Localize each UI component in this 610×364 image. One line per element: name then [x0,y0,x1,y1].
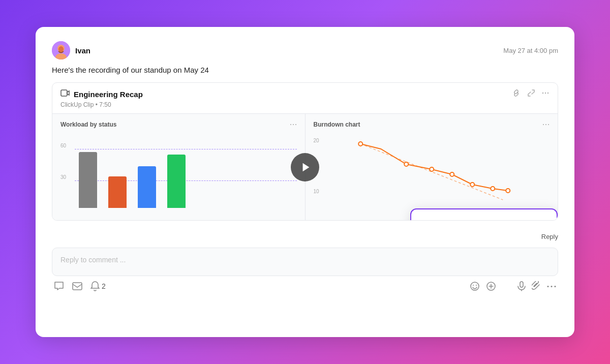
burndown-y-20: 20 [314,138,319,143]
reaction-icon[interactable] [486,281,496,291]
main-card: Ivan May 27 at 4:00 pm Here's the record… [36,27,574,337]
svg-rect-33 [520,282,523,287]
mic-toolbar-icon[interactable] [517,281,526,291]
y-label-60: 60 [60,143,66,148]
clip-card: Engineering Recap ClickUp Clip • 7:50 W [52,82,558,221]
video-camera-icon-active[interactable] [502,283,511,290]
post-message: Here's the recording of our standup on M… [52,66,558,74]
chat-icon[interactable] [54,281,64,291]
toolbar-left: 2 [54,281,106,291]
clip-video-icon [60,89,70,99]
burndown-more-icon[interactable] [542,121,550,130]
link-icon[interactable] [513,89,521,99]
svg-point-36 [551,286,553,287]
svg-point-16 [404,162,408,166]
svg-point-35 [547,286,549,287]
expand-icon[interactable] [527,89,535,99]
svg-point-17 [430,167,434,171]
svg-point-3 [58,46,64,52]
svg-rect-4 [61,90,67,96]
svg-point-20 [491,187,495,191]
workload-chart-panel: Workload by status 60 30 [52,114,306,220]
reply-input-area[interactable]: Reply to comment ... [52,248,558,276]
reply-placeholder: Reply to comment ... [60,256,126,264]
svg-point-10 [295,124,296,125]
post-time: May 27 at 4:00 pm [503,47,558,54]
charts-area: Workload by status 60 30 [52,113,558,220]
bell-icon[interactable] [90,281,100,291]
svg-point-21 [506,189,510,193]
bar-3 [138,166,156,208]
author-name: Ivan [75,46,90,55]
post-actions-row: Reply [52,229,558,240]
svg-point-37 [555,286,556,287]
mail-icon[interactable] [72,282,82,290]
svg-point-13 [548,124,549,125]
clip-title-row: Engineering Recap [60,89,143,99]
burndown-chart-panel: Burndown chart 20 10 [306,114,558,220]
workload-more-icon[interactable] [290,121,297,130]
svg-point-18 [450,172,454,176]
svg-point-6 [545,93,546,94]
toolbar-right [470,281,556,291]
svg-point-5 [542,93,543,94]
svg-rect-27 [73,283,82,290]
microphone-row: Microphone ∨ [419,218,548,221]
svg-marker-22 [302,163,309,171]
svg-point-11 [543,124,544,125]
y-label-30: 30 [60,174,66,180]
burndown-chart-title: Burndown chart [314,121,550,130]
attachment-icon[interactable] [532,281,541,291]
bar-1 [79,152,97,208]
notification-count: 2 [102,282,106,290]
post-header: Ivan May 27 at 4:00 pm [52,41,558,59]
svg-rect-32 [503,283,508,289]
more-options-icon[interactable] [541,89,550,99]
burndown-svg [314,134,550,210]
svg-point-29 [473,285,474,286]
reply-button[interactable]: Reply [541,233,558,240]
bottom-toolbar: 2 [52,281,558,291]
more-toolbar-icon[interactable] [547,285,556,288]
svg-point-12 [545,124,546,125]
workload-chart-title: Workload by status [60,121,297,130]
clip-actions[interactable] [513,89,550,99]
clip-header: Engineering Recap [52,83,558,101]
svg-point-8 [290,124,291,125]
emoji-icon[interactable] [470,281,480,291]
clip-meta: ClickUp Clip • 7:50 [52,101,558,113]
bar-4 [167,155,186,208]
svg-point-19 [470,183,474,187]
svg-point-15 [358,142,362,146]
notification-badge[interactable]: 2 [90,281,106,291]
svg-point-9 [292,124,293,125]
avatar [52,41,70,59]
svg-point-7 [547,93,548,94]
svg-point-30 [476,285,477,286]
burndown-y-10: 10 [314,189,319,194]
play-button[interactable] [291,153,319,181]
post-author: Ivan [52,41,90,59]
recording-popup: Microphone ∨ [410,208,558,221]
clip-title: Engineering Recap [74,90,143,99]
bar-2 [108,176,127,208]
